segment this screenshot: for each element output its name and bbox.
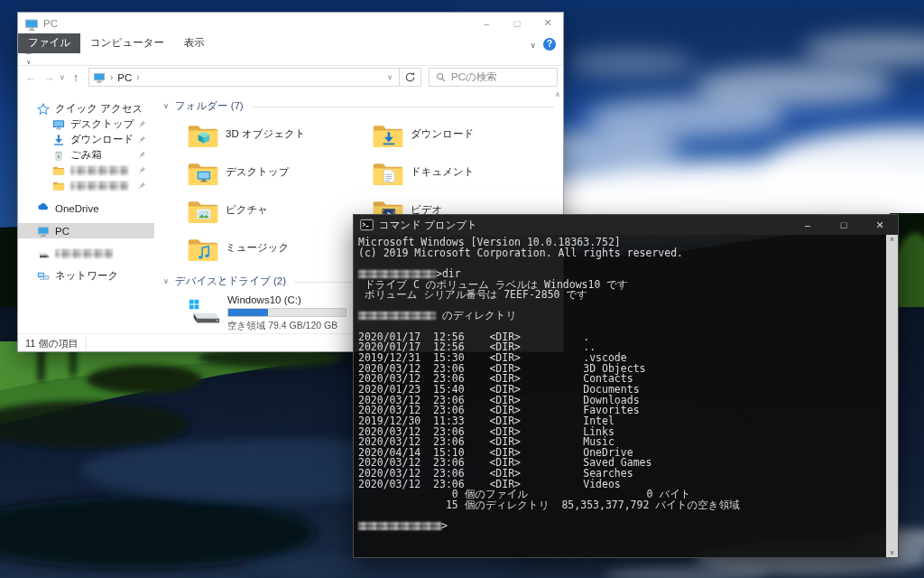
terminal-line: >: [358, 521, 885, 532]
folder-tile-デスクトップ[interactable]: デスクトップ: [163, 155, 348, 193]
folder-music-icon: [187, 237, 219, 264]
history-chevron-icon[interactable]: ∨: [58, 73, 67, 81]
scroll-up-icon[interactable]: ∧: [890, 236, 894, 243]
sidebar-item-label: OneDrive: [55, 203, 99, 214]
chevron-down-icon[interactable]: ∨: [163, 102, 169, 110]
back-arrow-icon[interactable]: ←: [22, 70, 40, 84]
crumb-separator: ›: [106, 72, 117, 82]
sidebar-item-ダウンロード[interactable]: ダウンロード: [18, 132, 154, 147]
sidebar-item-ネットワーク[interactable]: ネットワーク: [18, 268, 154, 284]
drive-small-icon: [37, 247, 50, 260]
address-bar[interactable]: › PC › ∨: [88, 68, 400, 87]
folder-desktop-icon: [187, 161, 219, 188]
sidebar-item-デスクトップ[interactable]: デスクトップ: [18, 117, 154, 132]
pin-icon: [138, 120, 146, 128]
drive-name: Windows10 (C:): [227, 294, 346, 305]
terminal-line: ボリューム シリアル番号は 7EEF-2850 です: [358, 290, 885, 301]
pin-icon: [138, 182, 146, 190]
quick-access-star-icon: [37, 103, 50, 116]
folder-tile-ドキュメント[interactable]: ドキュメント: [348, 155, 533, 193]
terminal-output[interactable]: Microsoft Windows [Version 10.0.18363.75…: [358, 238, 885, 557]
tab-computer[interactable]: コンピューター: [80, 33, 174, 53]
chevron-down-icon[interactable]: ∨: [163, 277, 169, 285]
navigation-pane: クイック アクセスデスクトップダウンロードごみ箱OneDrivePCネットワーク: [18, 89, 154, 333]
item-count: 11 個の項目: [18, 337, 87, 350]
folder-tile-label: 3D オブジェクト: [226, 127, 306, 141]
address-pc-icon: [93, 72, 106, 83]
scroll-down-icon[interactable]: ∨: [890, 549, 894, 556]
sidebar-item-label: ごみ箱: [70, 148, 102, 162]
sidebar-item-redacted[interactable]: [18, 163, 154, 178]
windows-drive-icon: [187, 296, 221, 325]
folder-icon: [52, 180, 65, 192]
sidebar-item-ごみ箱[interactable]: ごみ箱: [18, 147, 154, 163]
up-arrow-icon[interactable]: ↑: [67, 70, 85, 84]
cmd-close-button[interactable]: ✕: [862, 215, 898, 235]
cmd-maximize-button[interactable]: □: [826, 215, 862, 235]
crumb-separator: ›: [132, 72, 143, 82]
sidebar-item-label: ダウンロード: [70, 133, 134, 146]
redacted-label: [55, 249, 113, 258]
redacted-label: [70, 166, 128, 175]
download-icon: [52, 134, 65, 146]
folder-icon: [52, 164, 65, 177]
sidebar-item-label: クイック アクセス: [55, 102, 143, 116]
folder-downloads-icon: [372, 123, 404, 150]
explorer-close-button[interactable]: ✕: [532, 13, 563, 33]
sidebar-item-redacted[interactable]: [18, 246, 154, 261]
cmd-titlebar[interactable]: コマンド プロンプト – □ ✕: [354, 215, 898, 235]
cmd-scrollbar[interactable]: ∧ ∨: [886, 235, 898, 557]
onedrive-cloud-icon: [37, 202, 50, 215]
content-scrollbar[interactable]: ∧: [553, 90, 562, 98]
address-dropdown-icon[interactable]: ∨: [381, 73, 399, 81]
search-icon: [436, 72, 446, 82]
forward-arrow-icon[interactable]: →: [40, 70, 58, 84]
sidebar-item-クイック アクセス[interactable]: クイック アクセス: [18, 101, 154, 117]
sidebar-item-label: ネットワーク: [55, 269, 118, 283]
folder-3d-objects-icon: [187, 123, 219, 150]
sidebar-item-PC[interactable]: PC: [18, 223, 154, 238]
search-input[interactable]: PCの検索: [429, 68, 558, 87]
cmd-window-icon: [360, 219, 374, 231]
terminal-line: のディレクトリ: [358, 311, 885, 322]
folder-tile-label: デスクトップ: [226, 165, 290, 179]
folder-tile-3D オブジェクト[interactable]: 3D オブジェクト: [163, 117, 348, 155]
folder-tile-label: ダウンロード: [411, 127, 474, 141]
explorer-titlebar[interactable]: PC – □ ✕: [18, 13, 563, 33]
sidebar-item-label: PC: [55, 226, 69, 237]
qat-customize-icon[interactable]: ▔∨: [26, 54, 31, 65]
section-folders[interactable]: ∨ フォルダー (7): [163, 99, 563, 113]
ribbon-expand-icon[interactable]: ∨: [524, 41, 541, 53]
folder-tile-label: ミュージック: [226, 241, 289, 255]
explorer-maximize-button[interactable]: □: [502, 13, 532, 33]
folder-tile-ピクチャ[interactable]: ピクチャ: [163, 193, 348, 231]
redacted-path: [358, 312, 436, 320]
pin-icon: [138, 135, 146, 144]
sidebar-item-OneDrive[interactable]: OneDrive: [18, 200, 154, 216]
quick-access-toolbar: ▔∨: [18, 53, 563, 66]
redacted-path: [358, 522, 441, 530]
folder-tile-ダウンロード[interactable]: ダウンロード: [348, 117, 533, 155]
tab-view[interactable]: 表示: [174, 33, 215, 53]
explorer-window-title: PC: [43, 18, 471, 29]
cmd-minimize-button[interactable]: –: [790, 215, 826, 235]
refresh-button[interactable]: [400, 68, 421, 87]
desktop: PC – □ ✕ ファイル コンピューター 表示 ∨ ? ▔∨ ← → ∨ ↑ …: [0, 0, 924, 578]
redacted-path: [358, 270, 436, 278]
explorer-minimize-button[interactable]: –: [471, 13, 502, 33]
folder-tile-ミュージック[interactable]: ミュージック: [163, 231, 348, 269]
tab-file[interactable]: ファイル: [18, 33, 80, 53]
folder-documents-icon: [372, 161, 404, 188]
folder-tile-label: ピクチャ: [226, 203, 268, 217]
pin-icon: [138, 151, 146, 159]
pc-window-icon: [24, 17, 39, 30]
help-icon[interactable]: ?: [543, 38, 556, 51]
sidebar-item-redacted[interactable]: [18, 178, 154, 193]
terminal-line: (c) 2019 Microsoft Corporation. All righ…: [358, 248, 885, 259]
breadcrumb[interactable]: PC: [117, 72, 132, 83]
sidebar-item-label: デスクトップ: [70, 117, 134, 131]
explorer-navbar: ← → ∨ ↑ › PC › ∨: [18, 66, 563, 89]
network-icon: [37, 270, 50, 283]
explorer-ribbon-tabs: ファイル コンピューター 表示 ∨ ?: [18, 33, 563, 53]
folder-tile-label: ドキュメント: [411, 165, 475, 179]
